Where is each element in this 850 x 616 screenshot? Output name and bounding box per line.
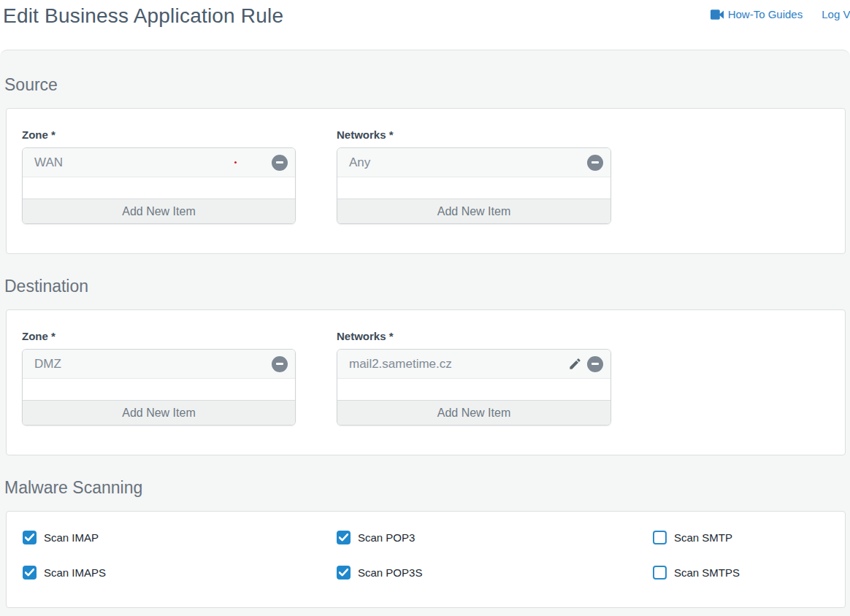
source-card: Zone * WAN Add New Item Networks * [6, 108, 846, 254]
source-zone-item: WAN [23, 148, 295, 177]
destination-zone-item: DMZ [23, 350, 295, 379]
scan-pop3s-label: Scan POP3S [358, 566, 422, 579]
scan-imap-label: Scan IMAP [44, 531, 99, 544]
edit-pencil-icon[interactable] [568, 357, 582, 371]
source-networks-listbox: Any Add New Item [337, 147, 611, 224]
how-to-guides-link[interactable]: How-To Guides [711, 8, 803, 20]
scan-smtp-check-item: Scan SMTP [653, 530, 845, 544]
listbox-filler [337, 379, 610, 400]
source-zone-label: Zone * [22, 128, 296, 141]
destination-networks-field: Networks * mail2.sametime.cz [337, 330, 611, 426]
remove-item-icon[interactable] [272, 356, 288, 372]
log-viewer-link[interactable]: Log Viewer [822, 8, 850, 20]
remove-item-icon[interactable] [587, 155, 603, 171]
spacer [452, 350, 568, 378]
scan-smtps-check-item: Scan SMTPS [653, 565, 845, 580]
log-viewer-label: Log Viewer [822, 8, 850, 20]
scan-smtps-checkbox[interactable] [653, 566, 667, 580]
header-links: How-To Guides Log Viewer [711, 8, 850, 20]
source-zone-listbox: WAN Add New Item [22, 147, 296, 224]
scan-imaps-label: Scan IMAPS [44, 566, 106, 579]
destination-networks-label: Networks * [337, 330, 611, 342]
listbox-filler [23, 177, 295, 199]
destination-zone-label: Zone * [22, 330, 296, 342]
remove-item-icon[interactable] [272, 155, 288, 171]
scan-pop3-checkbox[interactable] [337, 531, 351, 544]
page: Edit Business Application Rule How-To Gu… [0, 0, 850, 616]
page-header: Edit Business Application Rule How-To Gu… [0, 0, 850, 50]
scan-smtp-label: Scan SMTP [674, 531, 732, 544]
spacer [370, 148, 587, 177]
scan-smtps-label: Scan SMTPS [674, 566, 740, 579]
scan-pop3-check-item: Scan POP3 [337, 530, 653, 544]
scan-pop3s-check-item: Scan POP3S [337, 565, 653, 580]
destination-zone-field: Zone * DMZ Add New Item [22, 330, 296, 426]
scan-pop3s-checkbox[interactable] [337, 566, 351, 580]
scan-imap-check-item: Scan IMAP [23, 530, 337, 544]
content-panel: Source Zone * WAN Add New Item [0, 50, 850, 616]
scan-smtp-checkbox[interactable] [653, 531, 667, 544]
malware-scanning-section-heading: Malware Scanning [0, 455, 850, 498]
destination-networks-add-new-item-button[interactable]: Add New Item [337, 400, 610, 425]
malware-scanning-card: Scan IMAP Scan POP3 Scan SMTP [6, 511, 846, 608]
source-zone-add-new-item-button[interactable]: Add New Item [23, 199, 295, 223]
stray-red-dot [234, 161, 237, 163]
destination-field-row: Zone * DMZ Add New Item Networks * [22, 330, 845, 426]
listbox-filler [23, 379, 295, 400]
page-title: Edit Business Application Rule [3, 4, 283, 28]
destination-networks-item-name: mail2.sametime.cz [349, 357, 452, 371]
source-networks-field: Networks * Any Add New Item [337, 128, 611, 224]
spacer [61, 350, 272, 378]
malware-checkbox-grid: Scan IMAP Scan POP3 Scan SMTP [23, 530, 845, 580]
video-camera-icon [711, 9, 724, 20]
destination-card: Zone * DMZ Add New Item Networks * [6, 309, 846, 455]
destination-section-heading: Destination [0, 254, 850, 296]
destination-networks-listbox: mail2.sametime.cz Add New Item [337, 349, 611, 426]
source-networks-label: Networks * [337, 128, 611, 141]
source-zone-item-name: WAN [34, 155, 63, 170]
source-networks-item-name: Any [349, 155, 370, 170]
destination-zone-listbox: DMZ Add New Item [22, 349, 296, 426]
destination-networks-item: mail2.sametime.cz [337, 350, 610, 379]
how-to-guides-label: How-To Guides [728, 8, 803, 20]
listbox-filler [337, 177, 610, 199]
scan-pop3-label: Scan POP3 [358, 531, 415, 544]
destination-zone-add-new-item-button[interactable]: Add New Item [23, 400, 295, 425]
destination-zone-item-name: DMZ [34, 357, 61, 371]
scan-imaps-check-item: Scan IMAPS [23, 565, 337, 580]
scan-imap-checkbox[interactable] [23, 531, 37, 544]
spacer [63, 148, 272, 177]
source-networks-item: Any [337, 148, 610, 177]
scan-imaps-checkbox[interactable] [23, 566, 37, 580]
remove-item-icon[interactable] [587, 356, 603, 372]
source-field-row: Zone * WAN Add New Item Networks * [22, 128, 845, 224]
source-section-heading: Source [0, 50, 850, 95]
source-zone-field: Zone * WAN Add New Item [22, 128, 296, 224]
source-networks-add-new-item-button[interactable]: Add New Item [337, 199, 610, 223]
